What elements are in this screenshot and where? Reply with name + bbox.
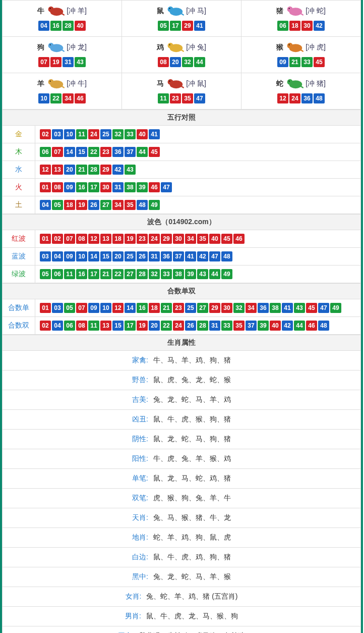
attr-header: 生肖属性 xyxy=(3,335,361,351)
attr-key: 阴性: xyxy=(132,435,148,443)
number-ball: 39 xyxy=(185,269,196,279)
number-ball: 26 xyxy=(185,321,196,331)
row-balls: 1213202128294243 xyxy=(35,161,361,179)
number-ball: 18 xyxy=(289,21,300,31)
row-balls: 0108091617303138394647 xyxy=(35,179,361,196)
attr-row: 男肖: 鼠、牛、虎、龙、马、猴、狗 xyxy=(3,607,361,626)
number-ball: 22 xyxy=(88,147,99,157)
row-label: 火 xyxy=(3,179,35,196)
number-ball: 12 xyxy=(112,303,124,313)
number-ball: 37 xyxy=(246,321,257,331)
number-ball: 15 xyxy=(112,321,124,331)
number-ball: 03 xyxy=(52,303,63,313)
zodiac-chong: [冲 牛] xyxy=(67,79,87,88)
number-ball: 48 xyxy=(221,251,232,261)
row-label: 绿波 xyxy=(3,266,35,283)
attr-key: 单笔: xyxy=(132,474,148,482)
number-ball: 24 xyxy=(149,234,160,244)
wuxing-table: 五行对照 金 02031011242532334041 木 0607141522… xyxy=(2,110,361,214)
attr-key: 野兽: xyxy=(132,376,148,384)
zodiac-cell: 狗 [冲 龙] 07193143 xyxy=(3,37,122,73)
number-ball: 04 xyxy=(38,21,49,31)
wuxing-header: 五行对照 xyxy=(3,110,361,126)
number-ball: 07 xyxy=(76,303,87,313)
number-ball: 35 xyxy=(182,93,193,103)
number-ball: 18 xyxy=(64,200,75,210)
number-ball: 31 xyxy=(63,57,74,67)
number-ball: 11 xyxy=(158,93,169,103)
number-ball: 39 xyxy=(137,182,148,192)
zodiac-name: 鼠 xyxy=(157,7,164,16)
number-ball: 31 xyxy=(209,321,220,331)
number-ball: 06 xyxy=(277,21,288,31)
zodiac-cell: 马 [冲 鼠] 11233547 xyxy=(122,73,241,110)
zodiac-name: 猪 xyxy=(276,7,283,16)
number-ball: 48 xyxy=(318,321,329,331)
attr-row: 女肖: 兔、蛇、羊、鸡、猪 (五宫肖) xyxy=(3,587,361,607)
number-ball: 13 xyxy=(52,165,63,175)
zodiac-balls: 09213345 xyxy=(241,55,360,68)
zodiac-chong: [冲 鼠] xyxy=(186,79,206,88)
number-ball: 21 xyxy=(100,269,111,279)
number-ball: 35 xyxy=(125,200,136,210)
rat-icon xyxy=(165,4,185,18)
attr-row: 阳性: 牛、虎、兔、羊、猴、鸡 xyxy=(3,449,361,469)
goat-icon xyxy=(45,76,66,91)
row-label: 合数单 xyxy=(3,299,35,317)
number-ball: 24 xyxy=(173,321,184,331)
attr-row: 天肖: 兔、马、猴、猪、牛、龙 xyxy=(3,508,361,528)
number-ball: 44 xyxy=(209,269,220,279)
attr-val: 鼠、牛、虎、鸡、狗、猪 xyxy=(153,553,231,561)
row-label: 红波 xyxy=(3,230,35,248)
number-ball: 21 xyxy=(289,57,300,67)
number-ball: 29 xyxy=(100,165,111,175)
number-ball: 33 xyxy=(125,129,136,139)
attr-row: 野兽: 鼠、虎、兔、龙、蛇、猴 xyxy=(3,371,361,390)
number-ball: 08 xyxy=(76,321,87,331)
zodiac-balls: 11233547 xyxy=(122,91,241,104)
number-ball: 25 xyxy=(185,303,196,313)
number-ball: 09 xyxy=(64,251,75,261)
number-ball: 43 xyxy=(75,57,86,67)
attr-val: 鼠、虎、兔、龙、蛇、猴 xyxy=(153,376,231,384)
number-ball: 05 xyxy=(52,200,63,210)
number-ball: 19 xyxy=(76,200,87,210)
svg-point-2 xyxy=(50,8,51,9)
number-ball: 18 xyxy=(149,303,160,313)
zodiac-chong: [冲 虎] xyxy=(306,43,326,52)
number-ball: 33 xyxy=(161,269,172,279)
zodiac-chong: [冲 蛇] xyxy=(306,7,326,16)
number-ball: 28 xyxy=(137,269,148,279)
zodiac-name: 鸡 xyxy=(157,43,164,52)
zodiac-cell: 羊 [冲 牛] 10223446 xyxy=(3,73,122,110)
number-ball: 16 xyxy=(76,182,87,192)
zodiac-balls: 07193143 xyxy=(3,55,122,68)
number-ball: 26 xyxy=(88,200,99,210)
row-label: 金 xyxy=(3,126,35,143)
number-ball: 01 xyxy=(40,234,51,244)
number-ball: 32 xyxy=(233,303,245,313)
attr-row: 双笔: 虎、猴、狗、兔、羊、牛 xyxy=(3,489,361,508)
row-balls: 0204060811131517192022242628313335373940… xyxy=(35,317,361,335)
row-balls: 06071415222336374445 xyxy=(35,143,361,161)
number-ball: 33 xyxy=(301,57,313,67)
svg-point-11 xyxy=(50,44,51,45)
heshu-table: 合数单双 合数单 0103050709101214161821232527293… xyxy=(2,283,361,335)
number-ball: 42 xyxy=(314,21,325,31)
number-ball: 11 xyxy=(88,321,99,331)
zodiac-balls: 10223446 xyxy=(3,91,122,104)
number-ball: 21 xyxy=(161,303,172,313)
svg-point-8 xyxy=(289,8,290,9)
row-label: 土 xyxy=(3,196,35,214)
number-ball: 36 xyxy=(112,147,124,157)
attr-val: 兔、蛇、羊、鸡、猪 (五宫肖) xyxy=(146,592,237,600)
number-ball: 03 xyxy=(52,129,63,139)
monkey-icon xyxy=(284,40,305,55)
attr-key: 家禽: xyxy=(132,356,148,364)
number-ball: 09 xyxy=(277,57,288,67)
zodiac-cell: 猪 [冲 蛇] 06183042 xyxy=(241,1,361,37)
number-ball: 01 xyxy=(40,182,51,192)
number-ball: 46 xyxy=(233,234,245,244)
zodiac-balls: 05172941 xyxy=(122,18,241,31)
number-ball: 03 xyxy=(40,251,51,261)
